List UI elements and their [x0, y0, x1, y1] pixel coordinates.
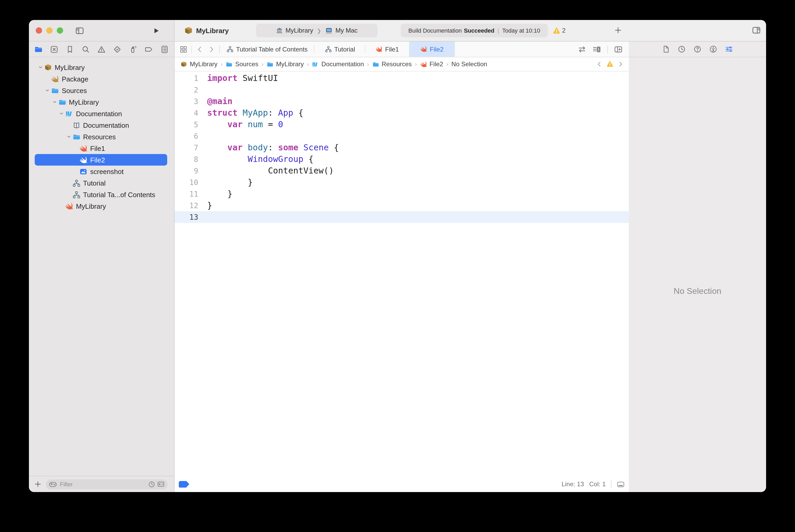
- tree-item-documentation[interactable]: Documentation: [35, 119, 167, 131]
- code-review-icon[interactable]: [578, 45, 586, 53]
- disclosure-chevron-icon[interactable]: [44, 88, 51, 93]
- package-icon: [184, 26, 193, 35]
- code-line-6[interactable]: 6: [174, 130, 629, 142]
- navigator-tab-project-folder-icon[interactable]: [34, 45, 43, 53]
- breadcrumb-item-sources[interactable]: Sources: [226, 60, 259, 68]
- breadcrumb-separator: ›: [307, 61, 309, 67]
- breadcrumb-item-resources[interactable]: Resources: [372, 60, 412, 68]
- window-zoom-button[interactable]: [57, 27, 63, 34]
- filter-field[interactable]: [46, 479, 168, 489]
- code-line-4[interactable]: 4struct MyApp: App {: [174, 107, 629, 119]
- add-button[interactable]: [614, 26, 622, 34]
- add-editor-icon[interactable]: [614, 45, 623, 53]
- adjust-editor-options-icon[interactable]: [592, 45, 601, 53]
- breakpoint-marker[interactable]: [179, 481, 189, 488]
- code-line-7[interactable]: 7 var body: some Scene {: [174, 142, 629, 153]
- toggle-inspector-icon[interactable]: [752, 26, 761, 35]
- editor-tab-tutorial[interactable]: Tutorial: [315, 41, 365, 57]
- breadcrumb-separator: ›: [262, 61, 263, 67]
- tab-label: File2: [430, 45, 443, 53]
- breadcrumb-label: Sources: [235, 60, 259, 68]
- disclosure-chevron-icon[interactable]: [37, 65, 44, 70]
- editor-tab-file1[interactable]: File1: [365, 41, 409, 57]
- code-line-10[interactable]: 10 }: [174, 177, 629, 188]
- line-number: 12: [174, 200, 198, 211]
- tree-item-tutorial[interactable]: Tutorial: [35, 177, 167, 189]
- breadcrumb-item-mylibrary[interactable]: MyLibrary: [267, 60, 304, 68]
- main-area: MyLibraryPackageSourcesMyLibraryDocument…: [29, 41, 766, 492]
- source-editor[interactable]: 1import SwiftUI23@main4struct MyApp: App…: [174, 72, 629, 476]
- tree-item-mylibrary[interactable]: MyLibrary: [35, 200, 167, 212]
- tree-item-label: Documentation: [76, 110, 122, 117]
- filter-input[interactable]: [59, 480, 146, 488]
- add-item-icon[interactable]: [34, 480, 41, 488]
- tree-item-label: Resources: [83, 133, 116, 140]
- navigator-tab-find-icon[interactable]: [81, 45, 90, 53]
- jump-bar: MyLibrary›Sources›MyLibrary›Documentatio…: [174, 57, 629, 72]
- go-forward-icon[interactable]: [208, 45, 215, 53]
- tree-item-mylibrary[interactable]: MyLibrary: [35, 96, 167, 108]
- navigator-tab-issues-icon[interactable]: [97, 45, 106, 53]
- navigator-tab-reports-icon[interactable]: [160, 45, 169, 53]
- code-line-1[interactable]: 1import SwiftUI: [174, 73, 629, 84]
- line-number: 13: [174, 211, 198, 223]
- disclosure-chevron-icon[interactable]: [58, 111, 65, 116]
- navigator-tab-source-control-icon[interactable]: [50, 45, 58, 53]
- bottom-bar-toggle-icon[interactable]: [617, 480, 625, 488]
- tree-item-package[interactable]: Package: [35, 73, 167, 84]
- disclosure-chevron-icon[interactable]: [65, 134, 72, 139]
- next-issue-icon[interactable]: [617, 61, 624, 67]
- code-line-2[interactable]: 2: [174, 84, 629, 96]
- tree-item-screenshot[interactable]: screenshot: [35, 166, 167, 177]
- previous-issue-icon[interactable]: [596, 61, 603, 67]
- code-line-12[interactable]: 12}: [174, 200, 629, 211]
- inspector-tab-attributes-inspector-icon[interactable]: [725, 45, 733, 53]
- window-close-button[interactable]: [36, 27, 42, 34]
- tree-item-file1[interactable]: File1: [35, 142, 167, 154]
- inspector-tab-accessibility-inspector-icon[interactable]: [709, 45, 717, 53]
- line-number: 5: [174, 119, 198, 130]
- breadcrumb-item-file2[interactable]: File2: [420, 60, 443, 68]
- navigator-tab-breakpoints-icon[interactable]: [145, 45, 153, 53]
- tree-item-resources[interactable]: Resources: [35, 131, 167, 142]
- tree-item-mylibrary[interactable]: MyLibrary: [35, 61, 167, 73]
- tree-item-documentation[interactable]: Documentation: [35, 108, 167, 119]
- tree-item-sources[interactable]: Sources: [35, 84, 167, 96]
- inspector-tab-history-inspector-icon[interactable]: [678, 45, 686, 53]
- window-minimize-button[interactable]: [46, 27, 53, 34]
- project-title: MyLibrary: [196, 26, 229, 34]
- tree-item-file2[interactable]: File2: [35, 154, 167, 166]
- toggle-navigator-icon[interactable]: [75, 26, 84, 35]
- run-button[interactable]: [153, 27, 160, 34]
- source-control-status-icon[interactable]: [157, 480, 165, 488]
- inspector-tab-file-inspector-icon[interactable]: [662, 45, 670, 53]
- code-line-8[interactable]: 8 WindowGroup {: [174, 153, 629, 165]
- navigator-tab-tests-icon[interactable]: [113, 45, 121, 53]
- navigator-tab-bookmarks-icon[interactable]: [66, 45, 74, 53]
- tree-item-tutorial-ta-of-contents[interactable]: Tutorial Ta...of Contents: [35, 189, 167, 200]
- breadcrumb-item-no-selection[interactable]: No Selection: [451, 60, 487, 68]
- swift-icon: [51, 75, 59, 83]
- code-line-9[interactable]: 9 ContentView(): [174, 165, 629, 177]
- related-items-icon[interactable]: [180, 45, 187, 53]
- code-line-5[interactable]: 5 var num = 0: [174, 119, 629, 130]
- line-number: 6: [174, 130, 198, 142]
- line-number: 3: [174, 96, 198, 107]
- warning-badge[interactable]: 2: [553, 20, 566, 41]
- recent-files-icon[interactable]: [148, 481, 155, 488]
- go-back-icon[interactable]: [196, 45, 204, 53]
- breadcrumb-item-mylibrary[interactable]: MyLibrary: [181, 60, 217, 68]
- docc-icon: [312, 61, 319, 68]
- code-line-13[interactable]: 13: [174, 211, 629, 223]
- editor-tab-file2[interactable]: File2: [409, 41, 455, 57]
- breadcrumb-item-documentation[interactable]: Documentation: [312, 60, 364, 68]
- navigator-tab-debug-icon[interactable]: [129, 45, 137, 53]
- code-line-3[interactable]: 3@main: [174, 96, 629, 107]
- scheme-selector[interactable]: MyLibrary ❯ My Mac: [256, 24, 378, 37]
- inspector-tab-quick-help-inspector-icon[interactable]: [694, 45, 701, 53]
- disclosure-chevron-icon[interactable]: [51, 99, 58, 104]
- editor-tab-tutorial-table-of-contents[interactable]: Tutorial Table of Contents: [220, 41, 315, 57]
- code-line-11[interactable]: 11 }: [174, 188, 629, 200]
- activity-status[interactable]: Build Documentation Succeeded | Today at…: [401, 24, 548, 37]
- inspector-panel: No Selection: [629, 41, 766, 492]
